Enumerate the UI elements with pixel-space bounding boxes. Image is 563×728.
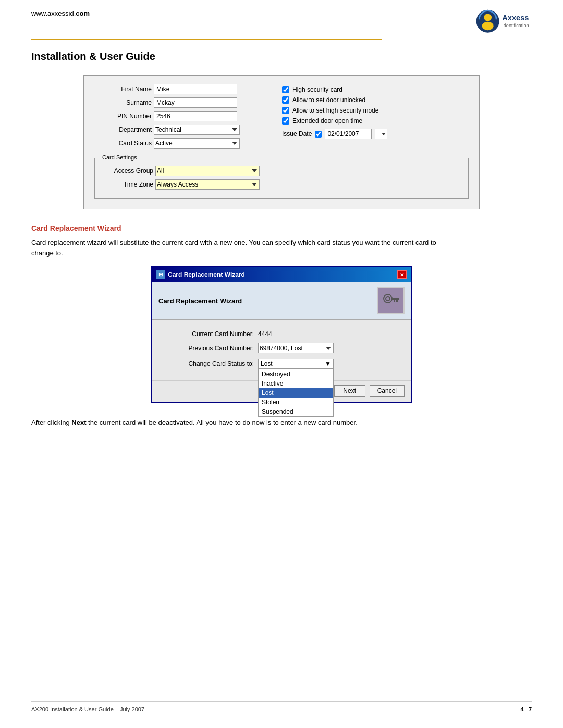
card-replacement-dialog: ⊞ Card Replacement Wizard ✕ Card Replace… — [151, 266, 412, 403]
dialog-titlebar: ⊞ Card Replacement Wizard ✕ — [152, 267, 411, 282]
url-text: www.axxessid.com — [31, 9, 90, 17]
issue-date-select[interactable] — [375, 129, 387, 139]
surname-input[interactable] — [154, 97, 237, 108]
access-group-label: Access Group — [101, 167, 153, 175]
access-group-select[interactable]: All — [155, 166, 260, 176]
allow-high-security-checkbox[interactable] — [282, 107, 289, 114]
card-status-select[interactable]: Active — [154, 138, 240, 149]
first-name-row: First Name — [94, 84, 266, 94]
dialog-header-text: Card Replacement Wizard — [158, 297, 242, 305]
logo-svg: Axxess Identification — [474, 9, 532, 36]
allow-unlocked-checkbox[interactable] — [282, 96, 289, 104]
previous-card-label: Previous Card Number: — [163, 344, 254, 352]
issue-date-label: Issue Date — [282, 130, 312, 138]
svg-rect-9 — [394, 300, 395, 302]
svg-rect-8 — [396, 300, 398, 302]
high-security-label: High security card — [292, 86, 342, 93]
change-status-row: Change Card Status to: Lost ▼ Destroyed … — [163, 359, 400, 369]
pin-input[interactable] — [154, 111, 237, 121]
page-title: Installation & User Guide — [31, 51, 532, 63]
svg-point-5 — [384, 294, 392, 303]
dropdown-arrow-icon: ▼ — [325, 360, 331, 367]
logo: Axxess Identification — [474, 9, 532, 36]
allow-unlocked-row: Allow to set door unlocked — [282, 96, 469, 104]
change-status-dropdown[interactable]: Lost ▼ Destroyed Inactive Lost Stolen Su… — [258, 359, 334, 369]
pin-label: PIN Number — [94, 113, 152, 120]
footer-page-secondary: 7 — [529, 706, 532, 712]
card-status-row: Card Status Active — [94, 138, 266, 149]
dropdown-item-stolen[interactable]: Stolen — [259, 398, 333, 407]
form-two-col: First Name Surname PIN Number Department… — [94, 84, 469, 152]
dropdown-item-inactive[interactable]: Inactive — [259, 379, 333, 388]
extended-door-checkbox[interactable] — [282, 117, 289, 125]
issue-date-checkbox[interactable] — [315, 131, 322, 138]
dropdown-item-lost[interactable]: Lost — [259, 388, 333, 398]
section-heading: Card Replacement Wizard — [31, 224, 532, 232]
time-zone-row: Time Zone Always Access — [101, 179, 462, 190]
previous-card-select[interactable]: 69874000, Lost — [258, 343, 334, 353]
card-settings-legend: Card Settings — [100, 154, 139, 161]
allow-unlocked-label: Allow to set door unlocked — [292, 96, 365, 104]
next-button[interactable]: Next — [334, 385, 365, 397]
svg-point-1 — [484, 14, 492, 21]
main-content: Installation & User Guide First Name Sur… — [0, 40, 563, 447]
dropdown-item-suspended[interactable]: Suspended — [259, 407, 333, 416]
high-security-row: High security card — [282, 86, 469, 93]
issue-date-row: Issue Date — [282, 129, 469, 139]
dialog-close-button[interactable]: ✕ — [397, 270, 407, 279]
svg-rect-7 — [391, 298, 399, 300]
change-status-label: Change Card Status to: — [163, 360, 254, 367]
dialog-header-band: Card Replacement Wizard — [152, 282, 411, 320]
access-group-row: Access Group All — [101, 166, 462, 176]
page-footer: AX200 Installation & User Guide – July 2… — [31, 701, 532, 712]
after-text: After clicking Next the current card wil… — [31, 417, 459, 428]
svg-text:Identification: Identification — [502, 23, 529, 28]
page-header: www.axxessid.com Axxess Identification — [0, 0, 563, 36]
department-row: Department Technical — [94, 125, 266, 135]
dialog-title-text: Card Replacement Wizard — [168, 271, 245, 278]
dialog-app-icon: ⊞ — [156, 270, 165, 279]
time-zone-select[interactable]: Always Access — [155, 179, 260, 190]
surname-row: Surname — [94, 97, 266, 108]
svg-point-6 — [386, 297, 390, 301]
svg-point-2 — [482, 22, 494, 30]
change-status-list: Destroyed Inactive Lost Stolen Suspended — [258, 369, 334, 417]
change-status-input[interactable]: Lost ▼ — [258, 359, 334, 369]
form-left: First Name Surname PIN Number Department… — [94, 84, 266, 152]
dialog-body: Current Card Number: 4444 Previous Card … — [152, 320, 411, 380]
dialog-header-icon — [377, 287, 405, 314]
first-name-label: First Name — [94, 85, 152, 93]
department-select[interactable]: Technical — [154, 125, 240, 135]
after-text-bold: Next — [71, 418, 86, 426]
current-card-row: Current Card Number: 4444 — [163, 330, 400, 338]
card-status-label: Card Status — [94, 140, 152, 147]
footer-page-number: 4 7 — [521, 706, 532, 712]
current-card-label: Current Card Number: — [163, 330, 254, 338]
card-settings-group: Card Settings Access Group All Time Zone… — [94, 158, 469, 199]
current-card-value: 4444 — [258, 330, 272, 338]
form-right: High security card Allow to set door unl… — [282, 84, 469, 152]
footer-left-text: AX200 Installation & User Guide – July 2… — [31, 706, 144, 712]
extended-door-label: Extended door open time — [292, 117, 362, 125]
allow-high-security-label: Allow to set high security mode — [292, 107, 378, 114]
first-name-input[interactable] — [154, 84, 237, 94]
allow-high-security-row: Allow to set high security mode — [282, 107, 469, 114]
dialog-title-left: ⊞ Card Replacement Wizard — [156, 270, 245, 279]
surname-label: Surname — [94, 99, 152, 106]
svg-text:Axxess: Axxess — [502, 14, 529, 22]
intro-body-text: Card replacement wizard will substitute … — [31, 238, 459, 258]
dropdown-item-destroyed[interactable]: Destroyed — [259, 369, 333, 379]
department-label: Department — [94, 126, 152, 133]
pin-row: PIN Number — [94, 111, 266, 121]
change-status-selected: Lost — [261, 360, 273, 367]
issue-date-input[interactable] — [325, 129, 372, 139]
high-security-checkbox[interactable] — [282, 86, 289, 93]
after-text-prefix: After clicking — [31, 418, 71, 426]
user-form-panel: First Name Surname PIN Number Department… — [83, 75, 480, 209]
after-text-suffix: the current card will be deactivated. Al… — [87, 418, 358, 426]
extended-door-row: Extended door open time — [282, 117, 469, 125]
previous-card-row: Previous Card Number: 69874000, Lost — [163, 343, 400, 353]
header-url: www.axxessid.com — [31, 9, 90, 17]
cancel-button[interactable]: Cancel — [370, 385, 405, 397]
time-zone-label: Time Zone — [101, 181, 153, 188]
